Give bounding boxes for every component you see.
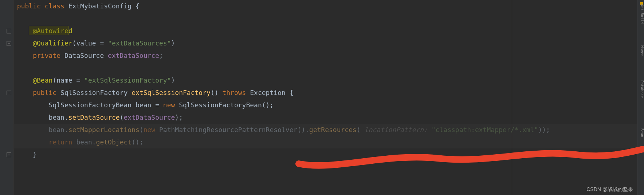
- fold-icon[interactable]: [7, 29, 11, 33]
- fold-icon[interactable]: [7, 41, 11, 46]
- code-content[interactable]: public class ExtMybatisConfig { @Autowir…: [13, 0, 637, 161]
- warning-marker[interactable]: [640, 2, 643, 5]
- tool-ant[interactable]: Ant Build: [637, 3, 644, 25]
- tool-bean[interactable]: Bean: [637, 124, 644, 142]
- gutter: [0, 0, 13, 195]
- fold-icon[interactable]: [7, 152, 11, 157]
- marker-rail[interactable]: Ant Build Maven Database Bean: [637, 0, 644, 195]
- code-area[interactable]: public class ExtMybatisConfig { @Autowir…: [13, 0, 637, 195]
- fold-icon[interactable]: [7, 91, 11, 95]
- watermark: CSDN @战战的坚果: [586, 186, 633, 193]
- code-editor[interactable]: public class ExtMybatisConfig { @Autowir…: [0, 0, 644, 195]
- tool-maven[interactable]: Maven: [637, 40, 644, 62]
- tool-database[interactable]: Database: [637, 76, 644, 102]
